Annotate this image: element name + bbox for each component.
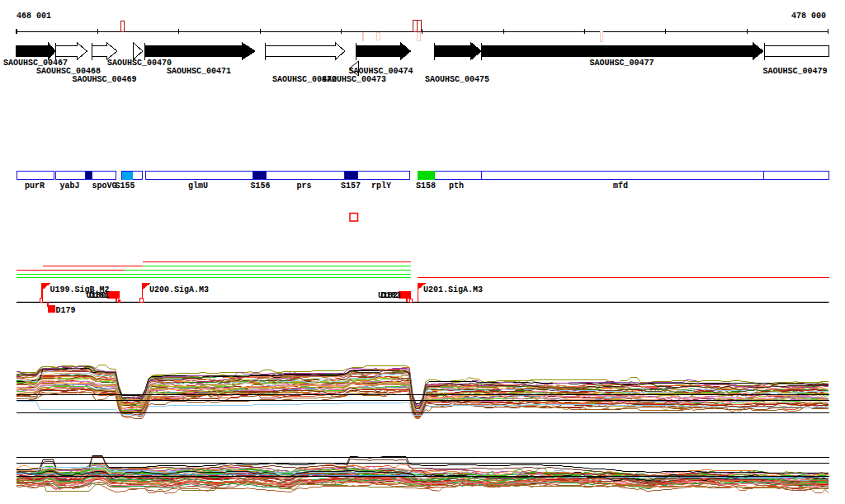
svg-text:SAOUHSC_00475: SAOUHSC_00475: [425, 75, 489, 84]
svg-text:rplY: rplY: [371, 181, 391, 191]
svg-text:SAOUHSC_00479: SAOUHSC_00479: [763, 67, 828, 76]
svg-text:yabJ: yabJ: [60, 181, 80, 191]
svg-text:glmU: glmU: [188, 181, 208, 191]
svg-text:S157: S157: [341, 181, 361, 191]
svg-text:purR: purR: [25, 181, 45, 191]
svg-text:D179: D179: [56, 306, 76, 315]
svg-text:478 000: 478 000: [791, 12, 826, 21]
svg-text:SAOUHSC_00468: SAOUHSC_00468: [36, 67, 101, 76]
svg-text:D181: D181: [89, 291, 109, 300]
svg-text:S155: S155: [116, 181, 135, 191]
svg-text:SAOUHSC_00469: SAOUHSC_00469: [73, 75, 137, 84]
svg-text:SAOUHSC_00473: SAOUHSC_00473: [322, 75, 386, 84]
svg-text:mfd: mfd: [613, 181, 628, 191]
svg-text:spoVG: spoVG: [92, 181, 117, 191]
svg-text:SAOUHSC_00474: SAOUHSC_00474: [349, 67, 413, 76]
svg-text:SAOUHSC_00477: SAOUHSC_00477: [590, 59, 654, 68]
svg-text:D183: D183: [381, 291, 401, 300]
svg-text:pth: pth: [449, 181, 464, 191]
svg-text:S156: S156: [251, 181, 271, 191]
svg-text:SAOUHSC_00471: SAOUHSC_00471: [167, 67, 231, 76]
svg-text:S158: S158: [416, 181, 436, 191]
svg-text:SAOUHSC_00470: SAOUHSC_00470: [107, 59, 172, 68]
svg-text:U200.SigA.M3: U200.SigA.M3: [149, 285, 209, 294]
svg-text:468 001: 468 001: [17, 12, 51, 21]
svg-text:U201.SigA.M3: U201.SigA.M3: [423, 285, 483, 294]
svg-text:prs: prs: [297, 181, 312, 191]
